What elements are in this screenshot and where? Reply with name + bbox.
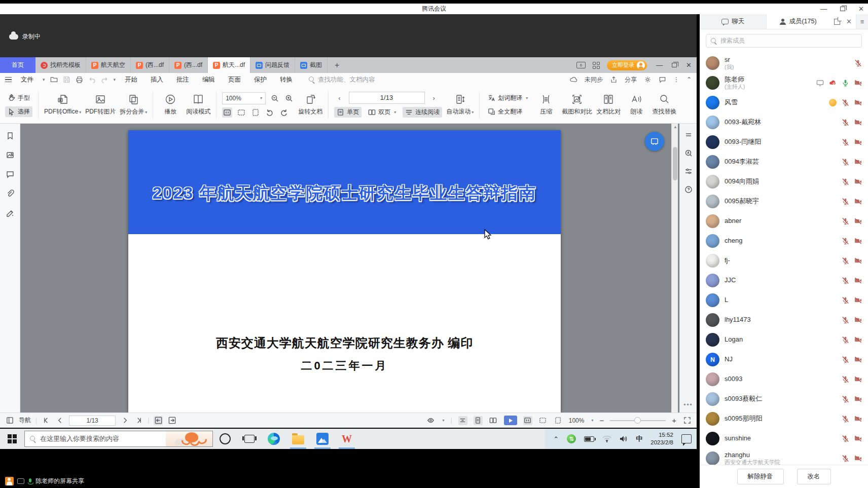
statusbar-actual-size-icon[interactable] — [523, 416, 532, 425]
member-row[interactable]: sunshine — [700, 429, 868, 448]
ime-indicator[interactable]: 中 — [636, 434, 642, 443]
share-icon[interactable] — [610, 76, 618, 83]
continuous-read-toggle[interactable]: 连续阅读 — [403, 107, 442, 118]
comment-icon[interactable] — [5, 169, 15, 179]
page-next-icon[interactable] — [120, 416, 129, 425]
play-button[interactable]: 播放 — [157, 89, 184, 121]
stamp-icon[interactable] — [5, 208, 15, 218]
windows-search-box[interactable]: 在这里输入你要搜索的内容 — [24, 431, 213, 447]
wps-document-tab[interactable]: (西...df — [131, 57, 169, 73]
wps-document-tab[interactable]: 航天航空 — [86, 57, 131, 73]
member-row[interactable]: Logan — [700, 330, 868, 350]
select-tool[interactable]: 选择 — [5, 106, 32, 117]
zoom-select[interactable]: 100%▾ — [222, 92, 266, 104]
tab-chat[interactable]: 聊天 — [700, 14, 767, 29]
tab-grid-icon[interactable] — [593, 62, 600, 69]
help-icon[interactable] — [683, 184, 694, 195]
next-page-icon[interactable]: › — [429, 94, 439, 102]
member-row[interactable]: zhanghu 西安交通大学航天学院 — [700, 448, 868, 465]
zoom-plus-icon[interactable]: + — [672, 416, 676, 425]
member-row[interactable]: 0093-闫继阳 — [700, 132, 868, 152]
battery-icon[interactable] — [584, 436, 594, 442]
rotate-right-icon[interactable] — [279, 107, 289, 118]
vertical-scrollbar[interactable]: ▲ — [671, 124, 678, 412]
statusbar-fit-width-icon[interactable] — [538, 416, 548, 425]
menu-item[interactable]: 转换 — [276, 74, 297, 85]
collapse-panel-icon[interactable] — [683, 130, 694, 140]
fullscreen-icon[interactable] — [682, 416, 692, 425]
quickbar-more-icon[interactable]: ▾ — [114, 77, 116, 82]
member-row[interactable]: N NJ — [700, 350, 868, 369]
task-view-button[interactable] — [237, 429, 262, 449]
auto-scroll-button[interactable]: 自动滚动▾ — [444, 89, 476, 121]
undo-icon[interactable] — [88, 76, 96, 83]
member-list[interactable]: sr (我) 陈老师 — [700, 52, 868, 465]
member-row[interactable]: JJC — [700, 271, 868, 290]
wps-minimize-button[interactable]: — — [656, 61, 663, 69]
wps-app-taskbar-icon[interactable]: W — [335, 429, 359, 449]
zoom-out-icon[interactable] — [270, 93, 280, 103]
print-icon[interactable] — [76, 76, 83, 83]
meeting-maximize-button[interactable] — [840, 7, 845, 11]
tencent-meeting-app-icon[interactable] — [310, 429, 335, 449]
fit-page-icon[interactable] — [250, 107, 261, 118]
view-settings-icon[interactable] — [683, 166, 694, 176]
member-row[interactable]: L — [700, 290, 868, 310]
menu-item[interactable]: 编辑 — [198, 74, 219, 85]
wps-maximize-button[interactable] — [672, 63, 677, 67]
member-row[interactable]: 风雪 — [700, 93, 868, 112]
find-in-doc-icon[interactable] — [683, 148, 694, 158]
function-search-field[interactable]: 查找功能、文档内容 — [309, 76, 405, 84]
history-forward-icon[interactable] — [167, 416, 176, 425]
meeting-close-button[interactable]: ✕ — [858, 6, 864, 12]
wps-document-tab[interactable]: (西...df — [169, 57, 208, 73]
pdf-to-image-button[interactable]: PDF转图片 — [83, 89, 118, 121]
eye-protect-icon[interactable] — [426, 416, 436, 425]
wifi-icon[interactable] — [602, 435, 611, 442]
image-annotation-icon[interactable] — [5, 150, 15, 160]
statusbar-page-indicator[interactable]: 1/13 — [69, 416, 116, 426]
actual-size-icon[interactable] — [222, 107, 232, 118]
compress-button[interactable]: 压缩 — [532, 89, 560, 121]
menu-item[interactable]: 开始 — [121, 74, 141, 85]
file-menu[interactable]: 文件 — [17, 74, 38, 85]
member-row[interactable]: 0094向雨娟 — [700, 172, 868, 192]
redo-icon[interactable] — [101, 76, 108, 83]
bookmark-icon[interactable] — [5, 131, 15, 141]
settings-gear-icon[interactable] — [644, 76, 652, 83]
menu-item[interactable]: 页面 — [224, 74, 245, 85]
cortana-button[interactable] — [213, 429, 237, 449]
action-center-icon[interactable] — [681, 434, 692, 443]
prev-page-icon[interactable]: ‹ — [334, 94, 344, 102]
antivirus-tray-icon[interactable] — [567, 434, 576, 443]
more-menu-icon[interactable]: ⋮ — [673, 76, 679, 83]
split-merge-button[interactable]: 拆分合并▾ — [118, 89, 149, 121]
member-row[interactable]: s0095那明阳 — [700, 409, 868, 429]
new-tab-button[interactable]: + — [328, 57, 346, 73]
find-replace-button[interactable]: 查找替换 — [650, 89, 678, 121]
member-row[interactable]: abner — [700, 211, 868, 231]
menu-item[interactable]: 保护 — [250, 74, 271, 85]
volume-icon[interactable] — [620, 435, 628, 442]
cloud-sync-icon[interactable] — [570, 76, 577, 83]
member-row[interactable]: 0093-戴宛林 — [700, 112, 868, 132]
member-row[interactable]: 0094李淑芸 — [700, 152, 868, 172]
member-row[interactable]: fj- — [700, 251, 868, 271]
zoom-slider[interactable] — [610, 420, 666, 421]
double-page-toggle[interactable]: 双页▾ — [366, 107, 399, 118]
taskbar-clock[interactable]: 15:52 2023/2/8 — [650, 431, 673, 446]
single-page-toggle[interactable]: 单页 — [334, 107, 361, 118]
last-page-icon[interactable] — [134, 416, 143, 425]
full-translate-button[interactable]: 全文翻译 — [485, 106, 530, 117]
pdf-to-office-button[interactable]: PDF转Office▾ — [42, 89, 83, 121]
meeting-screenshot-float-button[interactable] — [645, 132, 664, 151]
wps-document-tab[interactable]: 首页 — [0, 57, 35, 73]
nav-pane-label[interactable]: 导航 — [19, 416, 31, 425]
menu-item[interactable]: 插入 — [147, 74, 167, 85]
attachment-icon[interactable] — [5, 189, 15, 199]
comment-bubble-icon[interactable] — [659, 76, 666, 83]
member-row[interactable]: s0093蔡毅仁 — [700, 389, 868, 409]
member-row[interactable]: cheng — [700, 231, 868, 251]
tab-members[interactable]: 成员(175) — [767, 14, 830, 29]
login-button[interactable]: 立即登录 — [607, 60, 647, 70]
